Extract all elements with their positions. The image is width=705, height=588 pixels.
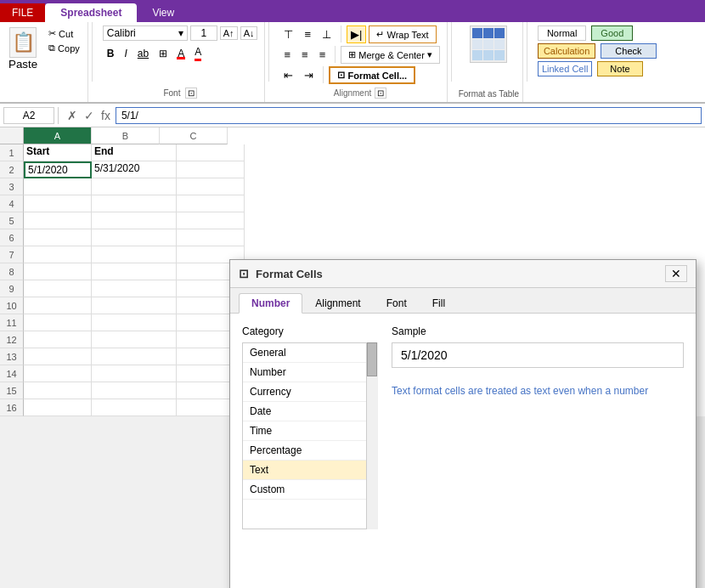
- font-size-input[interactable]: 1: [190, 25, 217, 41]
- borders-button[interactable]: ⊞: [155, 46, 172, 61]
- col-header-C[interactable]: C: [160, 127, 228, 144]
- format-cells-dialog[interactable]: ⊡ Format Cells ✕ Number Alignment Font F…: [229, 259, 697, 588]
- dialog-tab-fill[interactable]: Fill: [420, 293, 458, 314]
- row-header[interactable]: 3: [0, 178, 24, 195]
- align-middle-button[interactable]: ≡: [300, 25, 315, 43]
- merge-center-button[interactable]: ⊞ Merge & Center ▾: [341, 46, 440, 64]
- cell[interactable]: [24, 280, 92, 297]
- cell[interactable]: [24, 246, 92, 263]
- cell[interactable]: [177, 229, 245, 246]
- insert-function-button[interactable]: fx: [99, 109, 112, 122]
- cell[interactable]: [177, 212, 245, 229]
- cell[interactable]: [177, 178, 245, 195]
- category-item[interactable]: Number: [243, 363, 377, 382]
- row-header[interactable]: 16: [0, 399, 24, 416]
- font-color-button[interactable]: A: [190, 44, 206, 63]
- row-header[interactable]: 5: [0, 212, 24, 229]
- col-header-A[interactable]: A: [24, 127, 92, 144]
- dialog-close-button[interactable]: ✕: [665, 265, 687, 282]
- linked-cell-style[interactable]: Linked Cell: [538, 61, 592, 76]
- cell[interactable]: [177, 144, 245, 161]
- cell[interactable]: [24, 195, 92, 212]
- row-header[interactable]: 11: [0, 314, 24, 331]
- formula-input[interactable]: [116, 107, 702, 124]
- calculation-style[interactable]: Calculation: [538, 43, 595, 59]
- cell[interactable]: [92, 195, 177, 212]
- cell[interactable]: [92, 382, 177, 399]
- cell[interactable]: [92, 229, 177, 246]
- row-header[interactable]: 12: [0, 331, 24, 348]
- cell[interactable]: Start: [24, 144, 92, 161]
- row-header[interactable]: 8: [0, 263, 24, 280]
- paste-button[interactable]: 📋 Paste: [5, 25, 41, 72]
- font-name-dropdown[interactable]: Calibri ▾: [103, 25, 188, 41]
- scroll-thumb[interactable]: [367, 342, 377, 376]
- category-item[interactable]: Currency: [243, 382, 377, 402]
- cell[interactable]: [92, 348, 177, 365]
- cell[interactable]: 5/31/2020: [92, 161, 177, 178]
- dialog-tab-number[interactable]: Number: [239, 293, 302, 314]
- good-style[interactable]: Good: [591, 25, 633, 41]
- cell[interactable]: [24, 365, 92, 382]
- cell[interactable]: [24, 314, 92, 331]
- row-header[interactable]: 10: [0, 297, 24, 314]
- cell[interactable]: [177, 195, 245, 212]
- bold-button[interactable]: B: [103, 46, 119, 61]
- fill-color-button[interactable]: A: [173, 46, 189, 61]
- cell[interactable]: [92, 178, 177, 195]
- align-top-button[interactable]: ⊤: [279, 25, 297, 43]
- cell[interactable]: [24, 212, 92, 229]
- cell[interactable]: [92, 331, 177, 348]
- dialog-tab-font[interactable]: Font: [374, 293, 420, 314]
- cell[interactable]: 5/1/2020: [24, 161, 92, 178]
- align-bottom-button[interactable]: ⊥: [318, 25, 336, 43]
- underline-button[interactable]: ab: [133, 46, 153, 61]
- row-header[interactable]: 1: [0, 144, 24, 161]
- row-header[interactable]: 4: [0, 195, 24, 212]
- font-size-decrease[interactable]: A↓: [240, 26, 258, 40]
- cell[interactable]: [92, 314, 177, 331]
- cell[interactable]: [24, 331, 92, 348]
- dialog-tab-alignment[interactable]: Alignment: [302, 293, 373, 314]
- category-item[interactable]: Date: [243, 402, 377, 421]
- cell[interactable]: [24, 229, 92, 246]
- row-header[interactable]: 6: [0, 229, 24, 246]
- copy-button[interactable]: ⧉ Copy: [46, 42, 82, 54]
- align-center-button[interactable]: ≡: [297, 46, 313, 64]
- wrap-text-button[interactable]: ↵ Wrap Text: [369, 25, 436, 43]
- indent-increase-button[interactable]: ⇥: [300, 66, 318, 84]
- cancel-formula-button[interactable]: ✗: [65, 109, 79, 122]
- align-left-button[interactable]: ≡: [279, 46, 295, 64]
- check-style[interactable]: Check: [601, 43, 656, 59]
- align-right-text-button[interactable]: ≡: [315, 46, 330, 64]
- cell[interactable]: [92, 280, 177, 297]
- row-header[interactable]: 7: [0, 246, 24, 263]
- cell[interactable]: [92, 399, 177, 416]
- cell-reference-input[interactable]: [3, 107, 54, 124]
- cell[interactable]: [24, 263, 92, 280]
- align-right-button[interactable]: ▶|: [347, 25, 366, 43]
- row-header[interactable]: 2: [0, 161, 24, 178]
- confirm-formula-button[interactable]: ✓: [82, 109, 96, 122]
- tab-view[interactable]: View: [137, 3, 189, 22]
- normal-style[interactable]: Normal: [538, 25, 586, 41]
- cell[interactable]: [92, 297, 177, 314]
- format-cell-button[interactable]: ⊡ Format Cell...: [329, 66, 415, 84]
- category-item[interactable]: Time: [243, 421, 377, 441]
- cut-button[interactable]: ✂ Cut: [46, 27, 82, 40]
- cell[interactable]: [92, 246, 177, 263]
- cell[interactable]: [92, 263, 177, 280]
- cell[interactable]: [24, 399, 92, 416]
- cell[interactable]: [24, 297, 92, 314]
- font-size-increase[interactable]: A↑: [220, 26, 238, 40]
- cell[interactable]: [24, 178, 92, 195]
- alignment-dialog-icon[interactable]: ⊡: [375, 88, 386, 99]
- row-header[interactable]: 9: [0, 280, 24, 297]
- row-header[interactable]: 15: [0, 382, 24, 399]
- cell[interactable]: [177, 161, 245, 178]
- font-dialog-icon[interactable]: ⊡: [185, 88, 197, 99]
- italic-button[interactable]: I: [120, 46, 131, 61]
- category-item[interactable]: General: [243, 343, 377, 363]
- category-item[interactable]: Text: [243, 461, 377, 480]
- cell[interactable]: [92, 212, 177, 229]
